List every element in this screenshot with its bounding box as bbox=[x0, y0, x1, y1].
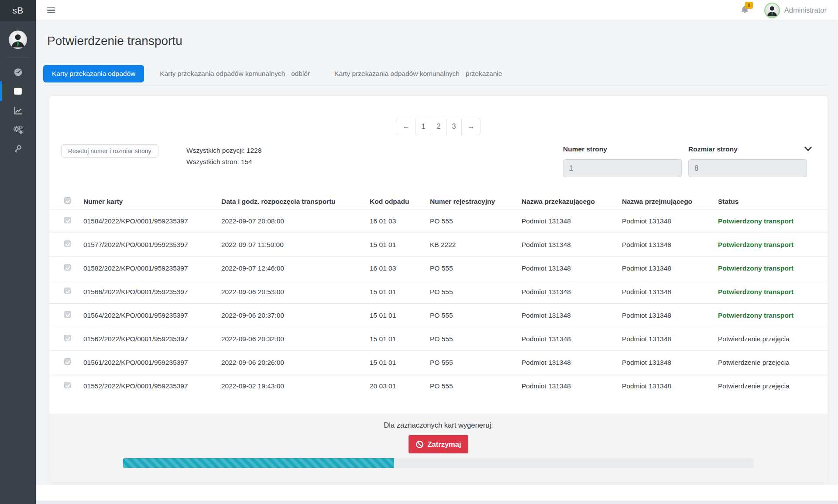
notifications-badge: 0 bbox=[745, 2, 753, 9]
cell-status: Potwierdzony transport bbox=[718, 312, 828, 319]
cell-transferor: Podmiot 131348 bbox=[522, 241, 622, 249]
row-checkbox[interactable] bbox=[64, 217, 71, 223]
select-all-checkbox[interactable] bbox=[64, 197, 71, 204]
cell-transferor: Podmiot 131348 bbox=[522, 264, 622, 272]
cell-card-number: 01552/2022/KPO/0001/959235397 bbox=[83, 382, 221, 390]
cell-receiver: Podmiot 131348 bbox=[622, 382, 718, 390]
row-checkbox[interactable] bbox=[64, 288, 71, 294]
cell-waste-code: 15 01 01 bbox=[370, 288, 430, 296]
pagination-page-button[interactable]: 2 bbox=[431, 118, 446, 135]
tab[interactable]: Karty przekazania odpadów komunalnych - … bbox=[326, 65, 511, 82]
sidebar-nav-item[interactable] bbox=[0, 101, 36, 120]
user-menu[interactable]: Administrator bbox=[764, 3, 827, 18]
cell-reg-number: PO 555 bbox=[430, 288, 522, 296]
cell-card-number: 01577/2022/KPO/0001/959235397 bbox=[83, 241, 221, 249]
sidebar-nav-item[interactable] bbox=[0, 62, 36, 82]
collapse-button[interactable] bbox=[804, 146, 812, 154]
cell-card-number: 01561/2022/KPO/0001/959235397 bbox=[83, 359, 221, 367]
cell-receiver: Podmiot 131348 bbox=[622, 217, 718, 225]
totals: Wszystkich pozycji: 1228 Wszystkich stro… bbox=[186, 145, 261, 168]
page-footer bbox=[36, 485, 838, 501]
stop-button[interactable]: Zatrzymaj bbox=[409, 435, 468, 453]
cell-card-number: 01582/2022/KPO/0001/959235397 bbox=[83, 264, 221, 272]
cell-transferor: Podmiot 131348 bbox=[522, 312, 622, 319]
row-checkbox[interactable] bbox=[64, 335, 71, 341]
gears-icon bbox=[13, 125, 23, 135]
menu-toggle-icon[interactable] bbox=[47, 6, 55, 15]
person-icon bbox=[765, 3, 779, 17]
table-row: 01564/2022/KPO/0001/959235397 2022-09-06… bbox=[49, 303, 828, 327]
progress-track bbox=[123, 458, 754, 468]
reset-page-button[interactable]: Resetuj numer i rozmiar strony bbox=[61, 144, 158, 158]
top-navbar: 0 Administrator bbox=[36, 0, 838, 21]
cell-receiver: Podmiot 131348 bbox=[622, 335, 718, 343]
table-row: 01566/2022/KPO/0001/959235397 2022-09-06… bbox=[49, 280, 828, 303]
cell-transferor: Podmiot 131348 bbox=[522, 359, 622, 367]
cell-transferor: Podmiot 131348 bbox=[522, 288, 622, 296]
row-checkbox[interactable] bbox=[64, 311, 71, 318]
table-icon bbox=[13, 86, 23, 96]
cell-card-number: 01564/2022/KPO/0001/959235397 bbox=[83, 312, 221, 319]
header-waste-code: Kod odpadu bbox=[370, 198, 430, 206]
cell-date: 2022-09-07 20:08:00 bbox=[221, 217, 370, 225]
sidebar-user-avatar[interactable] bbox=[9, 31, 27, 49]
cell-receiver: Podmiot 131348 bbox=[622, 359, 718, 367]
list-controls: Resetuj numer i rozmiar strony Wszystkic… bbox=[49, 144, 828, 186]
page-number-input[interactable] bbox=[563, 159, 682, 177]
cell-status: Potwierdzenie przejęcia bbox=[718, 335, 828, 343]
header-card-number: Numer karty bbox=[83, 198, 221, 206]
notifications-button[interactable]: 0 bbox=[740, 5, 749, 16]
sidebar-nav-item[interactable] bbox=[0, 120, 36, 139]
cell-reg-number: PO 555 bbox=[430, 312, 522, 319]
sidebar-nav bbox=[0, 62, 36, 158]
cell-card-number: 01566/2022/KPO/0001/959235397 bbox=[83, 288, 221, 296]
cell-reg-number: KB 2222 bbox=[430, 241, 522, 249]
page-size-input[interactable] bbox=[688, 159, 807, 177]
cell-reg-number: PO 555 bbox=[430, 264, 522, 272]
cell-reg-number: PO 555 bbox=[430, 359, 522, 367]
cell-waste-code: 16 01 03 bbox=[370, 264, 430, 272]
sidebar-divider bbox=[6, 58, 30, 58]
table-row: 01552/2022/KPO/0001/959235397 2022-09-02… bbox=[49, 374, 828, 398]
bulk-action-panel: Dla zaznaczonych kart wygeneruj: Zatrzym… bbox=[49, 414, 828, 482]
tab[interactable]: Karty przekazania odpadów komunalnych - … bbox=[151, 65, 319, 82]
cell-waste-code: 15 01 01 bbox=[370, 312, 430, 319]
row-checkbox[interactable] bbox=[64, 264, 71, 271]
cell-transferor: Podmiot 131348 bbox=[522, 335, 622, 343]
sidebar-nav-item[interactable] bbox=[0, 139, 36, 158]
line-chart-icon bbox=[13, 106, 23, 116]
cell-date: 2022-09-07 12:46:00 bbox=[221, 264, 370, 272]
cell-date: 2022-09-06 20:32:00 bbox=[221, 335, 370, 343]
cell-receiver: Podmiot 131348 bbox=[622, 312, 718, 319]
total-pages: Wszystkich stron: 154 bbox=[186, 156, 261, 168]
cell-transferor: Podmiot 131348 bbox=[522, 382, 622, 390]
pagination-prev-button[interactable]: ← bbox=[396, 118, 416, 135]
table-body: 01584/2022/KPO/0001/959235397 2022-09-07… bbox=[49, 209, 828, 398]
cell-status: Potwierdzony transport bbox=[718, 241, 828, 249]
table-row: 01582/2022/KPO/0001/959235397 2022-09-07… bbox=[49, 256, 828, 280]
tab[interactable]: Karty przekazania odpadów bbox=[43, 65, 144, 82]
cell-date: 2022-09-06 20:26:00 bbox=[221, 359, 370, 367]
ban-icon bbox=[416, 440, 424, 449]
cell-receiver: Podmiot 131348 bbox=[622, 241, 718, 249]
page-size-label: Rozmiar strony bbox=[688, 145, 738, 153]
pagination-page-button[interactable]: 3 bbox=[446, 118, 461, 135]
cell-date: 2022-09-06 20:53:00 bbox=[221, 288, 370, 296]
row-checkbox[interactable] bbox=[64, 358, 71, 365]
cell-transferor: Podmiot 131348 bbox=[522, 217, 622, 225]
cell-reg-number: PO 555 bbox=[430, 335, 522, 343]
row-checkbox[interactable] bbox=[64, 382, 71, 388]
key-icon bbox=[13, 144, 23, 154]
sidebar-nav-item[interactable] bbox=[0, 82, 36, 101]
pagination-next-button[interactable]: → bbox=[461, 118, 481, 135]
speedometer-icon bbox=[13, 67, 23, 77]
row-checkbox[interactable] bbox=[64, 240, 71, 247]
table-row: 01561/2022/KPO/0001/959235397 2022-09-06… bbox=[49, 350, 828, 374]
pagination-page-button[interactable]: 1 bbox=[416, 118, 431, 135]
cell-waste-code: 16 01 03 bbox=[370, 217, 430, 225]
page-title: Potwierdzenie transportu bbox=[46, 21, 828, 49]
cell-waste-code: 15 01 01 bbox=[370, 359, 430, 367]
app-logo[interactable]: sB bbox=[0, 0, 36, 21]
cell-status: Potwierdzenie przejęcia bbox=[718, 359, 828, 367]
tab-bar: Karty przekazania odpadów Karty przekaza… bbox=[43, 65, 828, 86]
